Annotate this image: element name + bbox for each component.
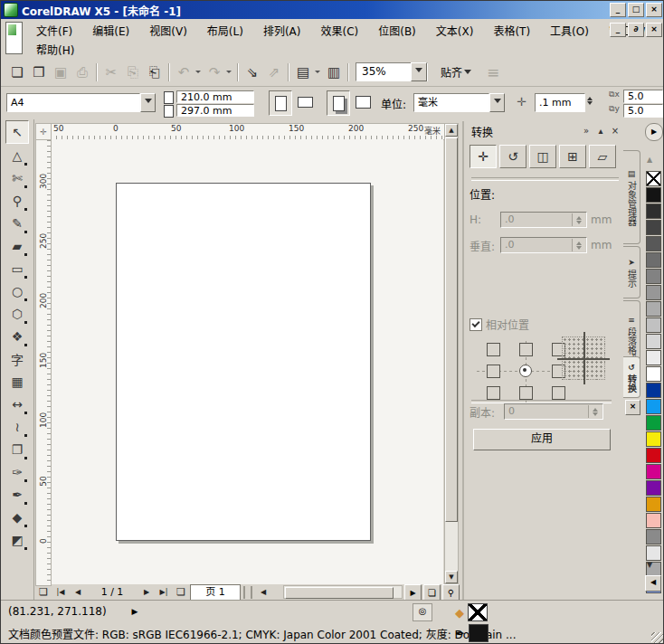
separator[interactable]: [345, 62, 352, 83]
undo-button[interactable]: ↶: [173, 62, 194, 83]
color-swatch[interactable]: [646, 236, 661, 251]
horizontal-scroll-thumb[interactable]: [285, 587, 394, 599]
color-swatch[interactable]: [646, 448, 661, 463]
menu-item[interactable]: 表格(T): [485, 20, 538, 41]
ruler-origin-icon[interactable]: ✛: [35, 123, 52, 140]
options-button[interactable]: ≡: [482, 62, 504, 83]
palette-scroll-up-icon[interactable]: ▲: [647, 156, 652, 164]
zoom-tool[interactable]: ⚲: [6, 190, 28, 212]
color-swatch[interactable]: [646, 334, 661, 349]
color-swatch[interactable]: [646, 269, 661, 284]
portrait-button[interactable]: [269, 90, 292, 116]
color-swatch[interactable]: [646, 431, 661, 447]
landscape-button[interactable]: [294, 90, 316, 114]
open-button[interactable]: ❒: [28, 62, 50, 83]
connector-tool[interactable]: ≀: [6, 416, 28, 438]
transform-position-button[interactable]: ✛: [470, 145, 497, 168]
interactive-fill-tool[interactable]: ◩: [6, 529, 28, 551]
snap-to-button[interactable]: 贴齐: [437, 62, 475, 81]
fill-color-swatch[interactable]: [468, 603, 488, 621]
welcome-screen-button[interactable]: ▥: [323, 62, 345, 83]
smart-fill-tool[interactable]: ▰: [6, 235, 28, 257]
blend-tool[interactable]: ❐: [6, 439, 28, 460]
menu-item[interactable]: 文件(F): [28, 20, 81, 41]
palette-flyout-button[interactable]: ▶: [645, 123, 663, 141]
chevron-down-icon[interactable]: [140, 93, 156, 112]
paper-type-combo[interactable]: A4: [6, 93, 140, 112]
palette-scroll-down-icon[interactable]: ▼: [647, 561, 652, 569]
add-page-button[interactable]: ❏: [173, 585, 189, 599]
paper-width-field[interactable]: 210.0 mm: [176, 90, 254, 103]
close-button[interactable]: ×: [646, 3, 662, 17]
separator[interactable]: [234, 62, 242, 83]
hscroll-right-button[interactable]: ▶: [404, 584, 422, 601]
eyedropper-tool[interactable]: ✑: [6, 461, 28, 483]
maximize-button[interactable]: □: [628, 3, 644, 17]
h-position-field[interactable]: .0: [500, 212, 587, 228]
color-swatch[interactable]: [646, 545, 661, 561]
export-button[interactable]: ⇗: [263, 62, 285, 83]
scroll-down-button[interactable]: ▼: [445, 571, 458, 583]
application-launcher-button[interactable]: ▤: [292, 62, 314, 83]
copy-button[interactable]: ⎘: [122, 62, 144, 83]
navigator-icon[interactable]: ⚲: [442, 584, 460, 601]
docker-close-icon[interactable]: ×: [608, 125, 622, 137]
menu-item[interactable]: 布局(L): [199, 20, 251, 41]
color-swatch[interactable]: [646, 301, 661, 317]
color-swatch[interactable]: [646, 383, 661, 398]
v-position-field[interactable]: .0: [500, 237, 587, 253]
rectangle-tool[interactable]: ▭: [6, 258, 28, 279]
child-minimize-button[interactable]: _: [610, 23, 626, 37]
status-expand-icon[interactable]: ▶: [132, 607, 138, 616]
color-swatch[interactable]: [646, 252, 661, 268]
menu-item[interactable]: 工具(O): [542, 20, 597, 41]
redo-button[interactable]: ↷: [204, 62, 225, 83]
docker-pin-icon[interactable]: ▴: [593, 125, 608, 137]
vertical-scrollbar[interactable]: ▲ ▼: [444, 123, 459, 584]
chevron-down-icon[interactable]: [489, 93, 505, 112]
dimension-tool[interactable]: ↔: [6, 393, 28, 415]
resize-grip[interactable]: [651, 632, 663, 644]
transform-scale-mirror-button[interactable]: ◫: [529, 145, 556, 168]
import-button[interactable]: ⇘: [242, 62, 263, 83]
status-target-icon[interactable]: ◎: [413, 603, 432, 621]
units-combo[interactable]: 毫米: [413, 93, 489, 112]
nudge-spinner[interactable]: [587, 94, 593, 108]
horizontal-ruler[interactable]: 50050100150200250: [51, 123, 445, 140]
apply-button[interactable]: 应用: [473, 429, 611, 450]
current-page-button[interactable]: [352, 90, 374, 114]
duplicate-x-field[interactable]: 5.0 mm: [623, 90, 663, 103]
all-pages-button[interactable]: [327, 90, 350, 116]
docker-collapse-icon[interactable]: »: [579, 125, 593, 137]
color-swatch[interactable]: [646, 350, 661, 365]
color-swatch[interactable]: [646, 204, 661, 219]
anchor-middle-left[interactable]: [477, 360, 509, 382]
copies-spinner[interactable]: [588, 405, 602, 418]
previous-page-button[interactable]: ◀: [70, 585, 86, 599]
menu-item[interactable]: 编辑(E): [84, 20, 138, 41]
table-tool[interactable]: ▦: [6, 371, 28, 393]
menu-item[interactable]: 位图(B): [370, 20, 424, 41]
vertical-scroll-thumb[interactable]: [445, 137, 458, 522]
text-tool[interactable]: 字: [6, 348, 28, 370]
hscroll-left-button[interactable]: ◀: [255, 585, 271, 599]
add-page-button[interactable]: ❏: [35, 585, 52, 599]
separator[interactable]: [166, 62, 173, 83]
paper-height-field[interactable]: 297.0 mm: [176, 104, 254, 117]
h-spinner[interactable]: [572, 213, 585, 226]
palette-expand-button[interactable]: ◀: [645, 575, 661, 592]
color-swatch[interactable]: [646, 220, 661, 235]
pane-splitter[interactable]: [243, 586, 252, 599]
v-spinner[interactable]: [572, 239, 585, 251]
anchor-top-left[interactable]: [477, 338, 509, 360]
docker-close-button[interactable]: ×: [625, 400, 640, 415]
scroll-up-button[interactable]: ▲: [445, 124, 458, 137]
horizontal-scrollbar[interactable]: [283, 585, 403, 599]
ellipse-tool[interactable]: ○: [6, 280, 28, 302]
vertical-ruler[interactable]: 300250200150100500: [35, 139, 52, 586]
relative-position-checkbox[interactable]: [470, 318, 482, 331]
anchor-center[interactable]: [509, 360, 542, 382]
color-swatch[interactable]: [646, 171, 661, 186]
outline-color-swatch[interactable]: [469, 624, 489, 642]
menu-item[interactable]: 帮助(H): [28, 39, 82, 60]
